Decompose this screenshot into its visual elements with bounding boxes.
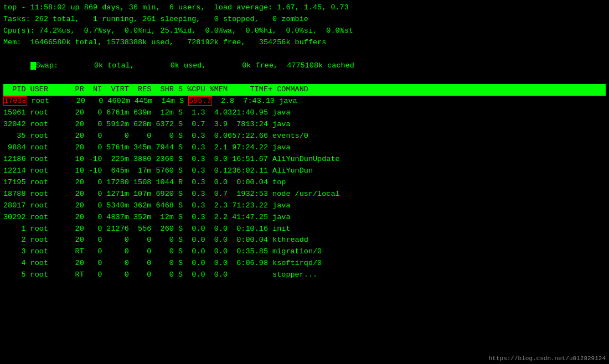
table-row: 1 root 20 0 21276 556 260 S 0.0 0.0 0:10… bbox=[3, 223, 606, 235]
col-header: PID USER PR NI VIRT RES SHR S %CPU %MEM … bbox=[3, 84, 606, 96]
table-section: PID USER PR NI VIRT RES SHR S %CPU %MEM … bbox=[3, 84, 606, 281]
watermark: https://blog.csdn.net/u012829124 bbox=[489, 355, 606, 362]
line-mem: Mem: 16466580k total, 15738388k used, 72… bbox=[3, 37, 606, 49]
table-row: 2 root 20 0 0 0 0 S 0.0 0.0 0:00.04 kthr… bbox=[3, 235, 606, 246]
line-swap: Swap: 0k total, 0k used, 0k free, 477510… bbox=[3, 49, 606, 84]
line-cpu: Cpu(s): 74.2%us, 0.7%sy, 0.0%ni, 25.1%id… bbox=[3, 25, 606, 37]
table-row: 32042 root 20 0 5912m 628m 6372 S 0.7 3.… bbox=[3, 119, 606, 131]
header-section: top - 11:58:02 up 869 days, 36 min, 6 us… bbox=[3, 2, 606, 83]
table-row: 12186 root 10 -10 225m 3880 2360 S 0.3 0… bbox=[3, 154, 606, 165]
table-row: 15061 root 20 0 6761m 639m 12m S 1.3 4.0… bbox=[3, 107, 606, 119]
table-row: 17195 root 20 0 17280 1508 1044 R 0.3 0.… bbox=[3, 177, 606, 189]
table-row: 9884 root 20 0 5761m 345m 7944 S 0.3 2.1… bbox=[3, 142, 606, 154]
table-row: 18788 root 20 0 1271m 107m 6920 S 0.3 0.… bbox=[3, 189, 606, 200]
terminal: top - 11:58:02 up 869 days, 36 min, 6 us… bbox=[0, 0, 609, 364]
rows-container: 17038 root 20 0 4602m 445m 14m S 595.7 2… bbox=[3, 96, 606, 281]
highlighted-cpu: 595.7 bbox=[188, 96, 212, 106]
line-tasks: Tasks: 262 total, 1 running, 261 sleepin… bbox=[3, 14, 606, 25]
line-top: top - 11:58:02 up 869 days, 36 min, 6 us… bbox=[3, 2, 606, 14]
green-indicator bbox=[30, 62, 36, 70]
table-row: 28017 root 20 0 5340m 362m 6468 S 0.3 2.… bbox=[3, 200, 606, 212]
table-row: 35 root 20 0 0 0 0 S 0.3 0.0657:22.66 ev… bbox=[3, 131, 606, 142]
table-row: 3 root RT 0 0 0 0 S 0.0 0.0 0:35.85 migr… bbox=[3, 246, 606, 258]
table-row: 4 root 20 0 0 0 0 S 0.0 0.0 6:06.98 ksof… bbox=[3, 258, 606, 269]
highlighted-pid: 17038 bbox=[3, 96, 27, 106]
table-row: 17038 root 20 0 4602m 445m 14m S 595.7 2… bbox=[3, 96, 606, 107]
table-row: 12214 root 10 -10 645m 17m 5760 S 0.3 0.… bbox=[3, 165, 606, 177]
table-row: 5 root RT 0 0 0 0 S 0.0 0.0 stopper... bbox=[3, 269, 606, 281]
table-row: 30292 root 20 0 4837m 352m 12m S 0.3 2.2… bbox=[3, 212, 606, 223]
